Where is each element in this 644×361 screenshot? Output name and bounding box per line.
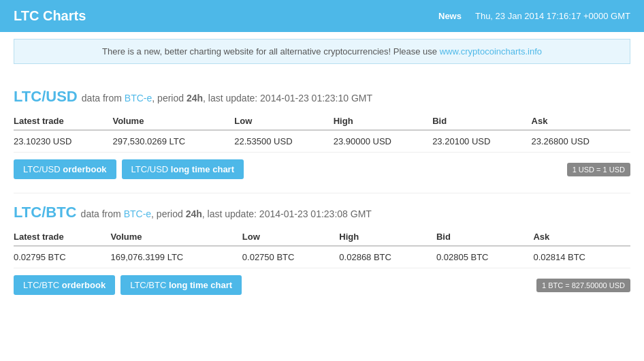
main-content: LTC/USD data from BTC-e, period 24h, las… [0, 71, 644, 315]
cell-volume-btc: 169,076.3199 LTC [111, 246, 242, 268]
section-ltc-btc: LTC/BTC data from BTC-e, period 24h, las… [14, 204, 630, 295]
source-link-ltcbtc[interactable]: BTC-e [124, 208, 151, 219]
button-group-ltcusd: LTC/USD orderbook LTC/USD long time char… [14, 159, 244, 179]
pair-label-ltcusd: LTC/USD [14, 88, 78, 105]
exchange-badge-ltcbtc: 1 BTC = 827.50000 USD [536, 279, 630, 292]
col-low: Low [234, 112, 333, 130]
cell-latest-trade: 23.10230 USD [14, 130, 112, 153]
col-ask-btc: Ask [533, 228, 630, 246]
app-title: LTC Charts [14, 8, 86, 24]
cell-ask-btc: 0.02814 BTC [533, 246, 630, 268]
table-header-row: Latest trade Volume Low High Bid Ask [14, 112, 630, 130]
pair-label-ltcbtc: LTC/BTC [14, 204, 76, 221]
section-divider [14, 193, 630, 193]
cell-volume: 297,530.0269 LTC [112, 130, 234, 153]
orderbook-button-ltcbtc[interactable]: LTC/BTC orderbook [14, 275, 115, 295]
orderbook-button-ltcusd[interactable]: LTC/USD orderbook [14, 159, 116, 179]
longtimechart-button-ltcbtc[interactable]: LTC/BTC long time chart [120, 275, 242, 295]
source-link-ltcusd[interactable]: BTC-e [125, 93, 152, 104]
exchange-badge-ltcusd: 1 USD = 1 USD [567, 163, 630, 176]
section-ltc-usd: LTC/USD data from BTC-e, period 24h, las… [14, 88, 630, 179]
section-meta-ltcusd: data from BTC-e, period 24h, last update… [82, 93, 372, 104]
table-row: 0.02795 BTC 169,076.3199 LTC 0.02750 BTC… [14, 246, 630, 268]
header-datetime: Thu, 23 Jan 2014 17:16:17 +0000 GMT [475, 11, 630, 21]
header-right: News Thu, 23 Jan 2014 17:16:17 +0000 GMT [438, 11, 630, 21]
section-heading-ltcbtc: LTC/BTC data from BTC-e, period 24h, las… [14, 204, 630, 221]
cell-bid-btc: 0.02805 BTC [436, 246, 534, 268]
col-latest-trade: Latest trade [14, 112, 112, 130]
table-row: 23.10230 USD 297,530.0269 LTC 22.53500 U… [14, 130, 630, 153]
col-latest-trade-btc: Latest trade [14, 228, 111, 246]
cell-low-btc: 0.02750 BTC [242, 246, 340, 268]
cell-ask: 23.26800 USD [532, 130, 630, 153]
button-group-ltcbtc: LTC/BTC orderbook LTC/BTC long time char… [14, 275, 242, 295]
col-high-btc: High [339, 228, 436, 246]
col-ask: Ask [532, 112, 630, 130]
table-ltcbtc: Latest trade Volume Low High Bid Ask 0.0… [14, 228, 630, 268]
cell-high: 23.90000 USD [334, 130, 432, 153]
cell-low: 22.53500 USD [234, 130, 333, 153]
notice-link[interactable]: www.cryptocoincharts.info [440, 46, 542, 57]
section-meta-ltcbtc: data from BTC-e, period 24h, last update… [81, 208, 372, 219]
table-header-row-btc: Latest trade Volume Low High Bid Ask [14, 228, 630, 246]
button-row-ltcbtc: LTC/BTC orderbook LTC/BTC long time char… [14, 275, 630, 295]
table-ltcusd: Latest trade Volume Low High Bid Ask 23.… [14, 112, 630, 153]
col-volume-btc: Volume [111, 228, 242, 246]
news-link[interactable]: News [438, 11, 462, 21]
cell-latest-trade-btc: 0.02795 BTC [14, 246, 111, 268]
cell-bid: 23.20100 USD [432, 130, 531, 153]
app-header: LTC Charts News Thu, 23 Jan 2014 17:16:1… [0, 0, 644, 32]
col-high: High [334, 112, 432, 130]
notice-banner: There is a new, better charting website … [14, 39, 630, 64]
col-volume: Volume [112, 112, 234, 130]
cell-high-btc: 0.02868 BTC [339, 246, 436, 268]
col-bid-btc: Bid [436, 228, 534, 246]
col-low-btc: Low [242, 228, 340, 246]
section-heading-ltcusd: LTC/USD data from BTC-e, period 24h, las… [14, 88, 630, 106]
notice-text: There is a new, better charting website … [102, 46, 440, 57]
col-bid: Bid [432, 112, 531, 130]
button-row-ltcusd: LTC/USD orderbook LTC/USD long time char… [14, 159, 630, 179]
longtimechart-button-ltcusd[interactable]: LTC/USD long time chart [122, 159, 244, 179]
